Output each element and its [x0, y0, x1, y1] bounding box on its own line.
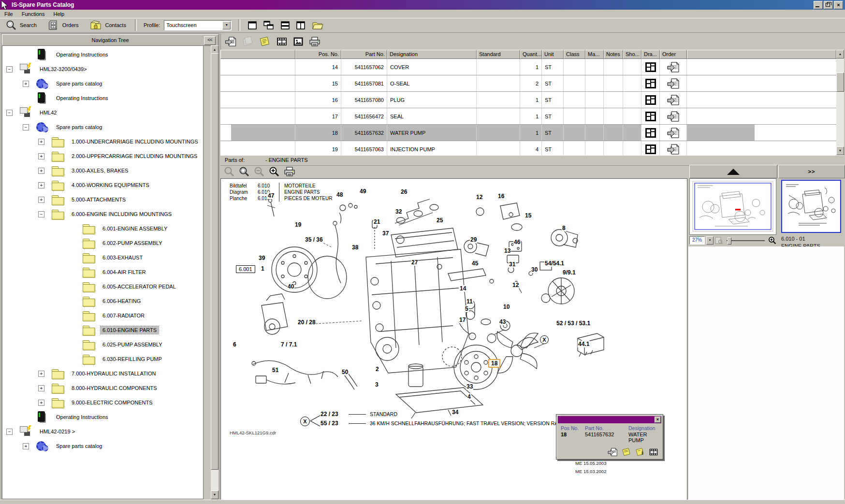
table-row[interactable]: 19 5411657063 INJECTION PUMP 4 ST: [220, 141, 836, 155]
zoom-disabled-icon[interactable]: [224, 166, 234, 177]
part-callout[interactable]: 6.001: [236, 265, 255, 273]
part-callout[interactable]: 49: [359, 188, 366, 195]
tree-item[interactable]: + 9.000-ELECTRIC COMPONENTS: [2, 395, 203, 410]
tree-item-label[interactable]: 9.000-ELECTRIC COMPONENTS: [70, 399, 154, 406]
table-row[interactable]: 18 5411657632 WATER PUMP 1 ST: [220, 125, 836, 141]
tree-item[interactable]: + 7.000-HYDRAULIC INSTALLATION: [2, 366, 203, 381]
menu-item[interactable]: File: [0, 11, 17, 17]
part-callout[interactable]: 45: [471, 260, 479, 267]
tree-item[interactable]: 6.025-PUMP ASSEMBLY: [2, 337, 203, 352]
tree-item-label[interactable]: 6.007-RADIATOR: [101, 312, 146, 319]
film-icon[interactable]: [276, 36, 288, 47]
column-header-pos[interactable]: Pos. No.: [295, 50, 341, 59]
order-icon[interactable]: [225, 36, 237, 47]
part-callout[interactable]: 8: [562, 225, 566, 231]
popup-title-bar[interactable]: ×: [558, 416, 661, 423]
tree-expander[interactable]: −: [6, 110, 13, 116]
part-callout[interactable]: 1: [261, 265, 265, 272]
part-callout[interactable]: 13: [504, 247, 511, 254]
note-info-icon[interactable]: i: [635, 447, 645, 457]
collapse-icon[interactable]: <<: [204, 36, 216, 45]
part-callout[interactable]: 9/9.1: [562, 269, 576, 276]
layout-single-icon[interactable]: [248, 21, 257, 29]
note-icon[interactable]: [622, 447, 631, 457]
zoom-area-icon[interactable]: [239, 166, 249, 177]
tree-item[interactable]: + 8.000-HYDRAULIC COMPONENTS: [2, 381, 203, 395]
part-callout[interactable]: 3: [375, 381, 379, 388]
tree-item[interactable]: 6.007-RADIATOR: [2, 308, 203, 323]
part-callout[interactable]: X: [540, 335, 549, 344]
column-header[interactable]: [220, 50, 295, 59]
column-header-unit[interactable]: Unit: [542, 50, 564, 59]
tree-item-label[interactable]: 4.000-WORKING EQUIPMENTS: [70, 181, 151, 189]
tree-expander[interactable]: −: [38, 211, 44, 217]
tree-item-label[interactable]: 5.000-ATTACHMENTS: [70, 196, 128, 203]
dropdown-arrow-icon[interactable]: ▼: [222, 21, 231, 29]
scroll-down-icon[interactable]: ▼: [836, 146, 844, 155]
tree-item-label[interactable]: 6.001-ENGINE ASSEMBLY: [101, 225, 169, 232]
scroll-down-icon[interactable]: ▼: [211, 490, 219, 499]
part-callout[interactable]: 18: [488, 359, 500, 368]
tree-item[interactable]: + 2.000-UPPERCARRIAGE INCLUDING MOUNTING…: [2, 149, 203, 163]
drawing-icon[interactable]: [645, 144, 656, 155]
scrollbar-thumb[interactable]: [211, 53, 219, 470]
close-icon[interactable]: ×: [655, 417, 661, 423]
orders-button[interactable]: Orders: [43, 19, 85, 31]
tree-item[interactable]: − HML42-0219 >: [2, 424, 203, 439]
part-callout[interactable]: 33: [466, 383, 473, 390]
part-callout[interactable]: 19: [294, 221, 302, 228]
tree-item-label[interactable]: 6.006-HEATING: [101, 297, 143, 305]
part-callout[interactable]: 40: [287, 283, 294, 290]
dropdown-arrow-icon[interactable]: ▼: [706, 236, 714, 245]
order-icon[interactable]: [667, 94, 680, 106]
tree-item[interactable]: − Spare parts catalog: [2, 120, 203, 134]
order-icon[interactable]: [667, 111, 680, 122]
search-button[interactable]: Search: [0, 19, 43, 31]
tree-item-label[interactable]: HML42: [38, 109, 58, 116]
column-header-designation[interactable]: Designation: [387, 50, 477, 59]
menu-item[interactable]: Help: [49, 11, 69, 17]
drawing-icon[interactable]: [645, 111, 656, 122]
close-button[interactable]: ×: [834, 1, 843, 9]
thumbnail-panel-header[interactable]: >>: [778, 165, 845, 178]
tree-item[interactable]: − 6.000-ENGINE INCLUDING MOUNTINGS: [2, 207, 203, 221]
part-callout[interactable]: 39: [258, 255, 265, 261]
tree-item-label[interactable]: Operating Instructions: [54, 94, 110, 102]
tree-expander[interactable]: +: [38, 139, 44, 145]
part-callout[interactable]: 4: [467, 393, 471, 400]
column-header-part[interactable]: Part No.: [341, 50, 387, 59]
layout-rows-icon[interactable]: [281, 21, 290, 29]
tree-expander[interactable]: −: [23, 124, 29, 130]
tree-expander[interactable]: −: [6, 66, 13, 72]
part-callout[interactable]: 52 / 53 / 53.1: [556, 320, 591, 327]
part-callout[interactable]: 46: [513, 239, 521, 245]
tree-expander[interactable]: +: [38, 153, 44, 159]
tree-item[interactable]: + Spare parts catalog: [2, 439, 203, 453]
tree-item[interactable]: Operating Instructions: [2, 47, 203, 62]
column-header-order[interactable]: Order: [660, 50, 687, 59]
tree-item[interactable]: 6.001-ENGINE ASSEMBLY: [2, 221, 203, 236]
tree-item-label[interactable]: 6.000-ENGINE INCLUDING MOUNTINGS: [70, 210, 174, 218]
tree-item-label[interactable]: 6.004-AIR FILTER: [101, 268, 148, 276]
tree-item[interactable]: 6.004-AIR FILTER: [2, 265, 203, 279]
part-callout[interactable]: 11: [466, 298, 473, 305]
tree-scrollbar[interactable]: ▲ ▼: [211, 45, 219, 499]
tree-item-label[interactable]: Spare parts catalog: [54, 80, 104, 87]
tree-item[interactable]: Operating Instructions: [2, 410, 203, 424]
layout-cascade-icon[interactable]: [263, 21, 274, 30]
tree-expander[interactable]: +: [38, 400, 44, 406]
column-header-drawing[interactable]: Dra...: [641, 50, 660, 59]
tree-item[interactable]: + 5.000-ATTACHMENTS: [2, 192, 203, 207]
tree-item-label[interactable]: Operating Instructions: [54, 51, 110, 58]
menu-item[interactable]: Functions: [17, 11, 49, 17]
part-callout[interactable]: 32: [395, 208, 402, 215]
tree-item[interactable]: 6.003-EXHAUST: [2, 250, 203, 265]
part-callout[interactable]: 16: [497, 193, 505, 200]
overview-thumbnail[interactable]: [689, 178, 776, 235]
zoom-slider[interactable]: [727, 237, 765, 244]
part-callout[interactable]: 48: [336, 191, 343, 198]
tree-item[interactable]: − HML42: [2, 105, 203, 120]
tree-item[interactable]: + 4.000-WORKING EQUIPMENTS: [2, 178, 203, 192]
tree-expander[interactable]: +: [38, 182, 44, 188]
part-callout[interactable]: 12: [476, 194, 483, 201]
